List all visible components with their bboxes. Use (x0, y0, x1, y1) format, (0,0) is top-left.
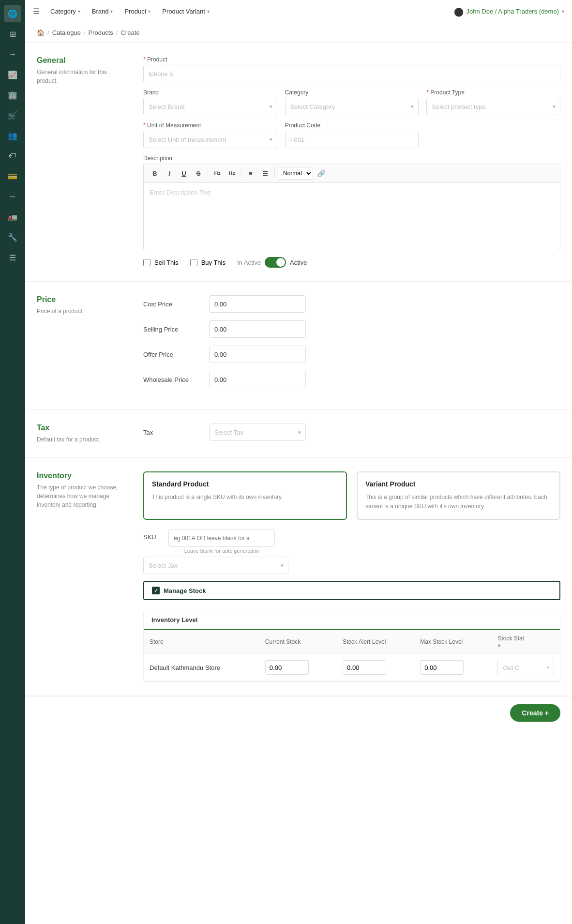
stock-alert-input[interactable] (343, 660, 386, 675)
max-stock-cell (414, 654, 492, 682)
wholesale-price-label: Wholesale Price (143, 376, 201, 383)
tax-select[interactable]: Select Tax (209, 424, 306, 441)
jax-select[interactable]: Select Jax (143, 557, 288, 574)
tax-title: Tax (37, 424, 124, 432)
menu-icon[interactable]: ☰ (33, 7, 40, 16)
sell-this-input[interactable] (143, 259, 151, 266)
brand-select[interactable]: Select Brand (143, 98, 277, 115)
price-title: Price (37, 295, 124, 304)
sidebar-icon-transfer[interactable]: ↔ (4, 188, 21, 205)
create-button[interactable]: Create + (510, 704, 560, 722)
inventory-section: Inventory The type of product we choose,… (25, 458, 572, 696)
offer-price-row: Offer Price (143, 346, 560, 363)
category-select[interactable]: Select Category (285, 98, 419, 115)
user-menu[interactable]: ⬤ John Doe / Alpha Traders (demo) ▾ (454, 6, 565, 17)
cost-price-row: Cost Price (143, 295, 560, 313)
cost-price-input[interactable] (209, 295, 306, 313)
sidebar-icon-building[interactable]: 🏢 (4, 86, 21, 104)
brand-label: Brand (143, 89, 277, 96)
category-label: Category (285, 89, 419, 96)
main-content: ☰ Category ▾ Brand ▾ Product ▾ Product V… (25, 0, 572, 924)
sidebar-icon-cart[interactable]: 🛒 (4, 106, 21, 124)
sell-buy-toggle-row: Sell This Buy This In Active Active (143, 257, 560, 268)
brand-nav[interactable]: Brand ▾ (87, 5, 118, 18)
price-desc: Price of a product. (37, 307, 124, 316)
product-type-select[interactable]: Select product type (426, 98, 560, 115)
sidebar-icon-chart[interactable]: 📈 (4, 66, 21, 83)
variant-product-card[interactable]: Variant Product This is a group of simil… (357, 471, 560, 520)
stock-status-select[interactable]: Out C (497, 659, 554, 676)
strikethrough-button[interactable]: S (192, 167, 205, 180)
sidebar-icon-tools[interactable]: 🔧 (4, 228, 21, 246)
sidebar-icon-tag[interactable]: 🏷 (4, 147, 21, 165)
product-variant-chevron-icon: ▾ (207, 9, 210, 14)
sidebar-icon-list[interactable]: ☰ (4, 249, 21, 266)
offer-price-label: Offer Price (143, 351, 201, 358)
standard-product-card[interactable]: Standard Product This product is a singl… (143, 471, 347, 520)
ol-button[interactable]: ≡ (244, 167, 257, 180)
product-nav[interactable]: Product ▾ (120, 5, 155, 18)
jax-select-wrapper: Select Jax ▾ (143, 557, 288, 574)
topnav: ☰ Category ▾ Brand ▾ Product ▾ Product V… (25, 0, 572, 23)
underline-button[interactable]: U (178, 167, 190, 180)
th-stock-alert: Stock Alert Level (337, 630, 414, 654)
product-variant-nav[interactable]: Product Variant ▾ (157, 5, 214, 18)
italic-button[interactable]: I (163, 167, 176, 180)
max-stock-input[interactable] (420, 660, 464, 675)
unit-select[interactable]: Select Unit of measurement (143, 131, 277, 148)
product-code-input[interactable] (285, 131, 419, 148)
unit-label: Unit of Measurement (143, 122, 277, 129)
toolbar-sep-3 (274, 169, 275, 178)
general-title: General (37, 56, 124, 65)
product-input[interactable] (143, 65, 560, 82)
format-select[interactable]: Normal (278, 167, 313, 180)
active-toggle[interactable] (265, 257, 286, 268)
tax-row: Tax Select Tax ▾ (143, 424, 560, 441)
sidebar-icon-truck[interactable]: 🚛 (4, 208, 21, 226)
sidebar-icon-globe[interactable]: 🌐 (4, 5, 21, 22)
wholesale-price-input[interactable] (209, 371, 306, 388)
link-button[interactable]: 🔗 (315, 167, 328, 180)
category-chevron-icon: ▾ (78, 9, 80, 14)
inventory-title: Inventory (37, 471, 124, 480)
selling-price-input[interactable] (209, 320, 306, 338)
variant-product-title: Variant Product (365, 480, 552, 488)
current-stock-input[interactable] (265, 660, 309, 675)
ul-button[interactable]: ☰ (259, 167, 271, 180)
sidebar-icon-credit[interactable]: 💳 (4, 167, 21, 185)
bold-button[interactable]: B (149, 167, 161, 180)
sku-hint: Leave blank for auto generation (168, 548, 275, 554)
price-section: Price Price of a product. Cost Price Sel… (25, 282, 572, 410)
sidebar-icon-person[interactable]: → (4, 45, 21, 63)
buy-this-checkbox[interactable]: Buy This (190, 259, 226, 266)
breadcrumb-home-icon[interactable]: 🏠 (37, 29, 45, 36)
sku-input[interactable] (168, 530, 275, 547)
manage-stock-button[interactable]: ✓ Manage Stock (143, 581, 560, 600)
general-section: General General information for this pro… (25, 43, 572, 282)
buy-this-input[interactable] (190, 259, 197, 266)
description-body[interactable]: Enter Description Text (143, 182, 560, 250)
h2-button[interactable]: H2 (226, 167, 238, 180)
tax-desc: Default tax for a product. (37, 435, 124, 444)
standard-product-title: Standard Product (152, 480, 338, 488)
inventory-level-header: Inventory Level (144, 610, 560, 630)
breadcrumb-catalogue[interactable]: Catalogue (52, 29, 81, 36)
category-nav[interactable]: Category ▾ (45, 5, 85, 18)
description-label: Description (143, 155, 560, 162)
breadcrumb-products[interactable]: Products (89, 29, 113, 36)
offer-price-input[interactable] (209, 346, 306, 363)
footer-bar: Create + (25, 696, 572, 729)
h1-button[interactable]: H1 (211, 167, 224, 180)
cost-price-label: Cost Price (143, 301, 201, 308)
th-stock-status: Stock Stats (492, 630, 560, 654)
tax-label: Tax (143, 429, 201, 436)
category-select-wrapper: Select Category ▾ (285, 98, 419, 115)
th-current-stock: Current Stock (259, 630, 337, 654)
sidebar-icon-dashboard[interactable]: ⊞ (4, 25, 21, 43)
sidebar-icon-people[interactable]: 👥 (4, 127, 21, 144)
sell-this-checkbox[interactable]: Sell This (143, 259, 179, 266)
table-row: Default Kathmandu Store (144, 654, 560, 682)
unit-select-wrapper: Select Unit of measurement ▾ (143, 131, 277, 148)
toolbar-sep-2 (241, 169, 241, 178)
description-toolbar: B I U S H1 H2 ≡ ☰ Normal (143, 164, 560, 182)
